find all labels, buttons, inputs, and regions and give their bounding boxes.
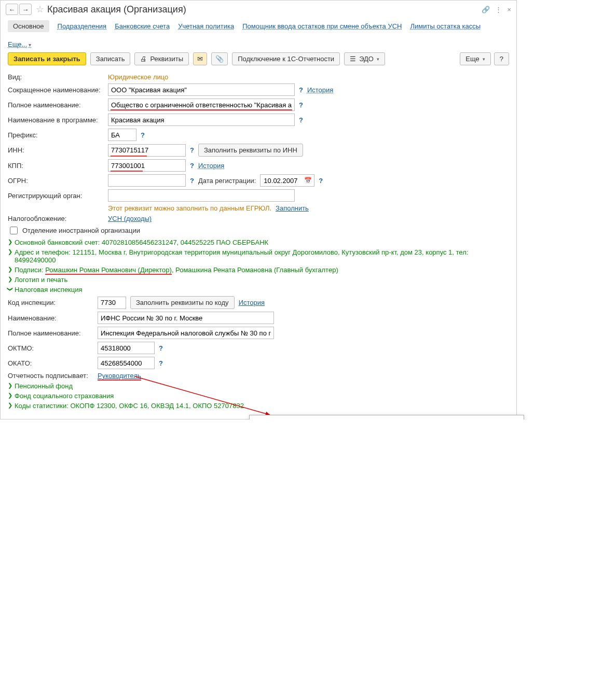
tab-cashlim[interactable]: Лимиты остатка кассы [410,22,481,30]
foreign-org-checkbox[interactable] [10,227,18,234]
help-icon[interactable]: ? [190,146,194,154]
full-name-label: Полное наименование: [8,101,104,109]
save-button[interactable]: Записать [90,52,131,65]
regdate-label: Дата регистрации: [198,177,256,185]
exp-pension[interactable]: Пенсионный фонд [15,382,73,390]
prog-name-label: Наименование в программе: [8,116,104,124]
ti-name-input[interactable] [98,312,274,324]
exp-address[interactable]: Адрес и телефон: 121151, Москва г, Внутр… [15,248,509,264]
chevron-down-icon[interactable]: ❯ [7,287,13,291]
link-icon[interactable]: 🔗 [482,6,490,13]
print-icon: 🖨 [140,55,147,63]
ogrn-input[interactable] [108,174,186,187]
chevron-right-icon[interactable]: ❯ [8,248,12,255]
inn-input[interactable] [108,144,186,157]
requisites-button[interactable]: 🖨Реквизиты [134,52,189,65]
close-icon[interactable]: × [507,6,511,13]
short-name-label: Сокращенное наименование: [8,86,104,94]
egrul-hint: Этот реквизит можно заполнить по данным … [108,204,271,212]
calendar-icon[interactable]: 📅 [304,177,312,184]
exp-sign[interactable]: Подписи: Ромашкин Роман Романович (Дирек… [15,266,338,274]
kpp-input[interactable] [108,159,186,172]
chevron-right-icon[interactable]: ❯ [8,276,12,283]
tab-more[interactable]: Еще...▾ [8,40,31,48]
help-icon[interactable]: ? [319,177,323,185]
help-icon[interactable]: ? [141,131,145,139]
tab-dept[interactable]: Подразделения [58,22,107,30]
history-link[interactable]: История [307,86,333,94]
regorg-label: Регистрирующий орган: [8,192,104,200]
attach-button[interactable]: 📎 [211,52,228,65]
ti-code-input[interactable] [98,297,126,309]
okato-input[interactable] [98,357,155,369]
chevron-right-icon[interactable]: ❯ [8,239,12,245]
nav-forward-button[interactable]: → [19,4,32,15]
help-icon[interactable]: ? [190,177,194,185]
page-title: Красивая акация (Организация) [47,4,186,15]
tax-link[interactable]: УСН (доходы) [108,215,152,222]
mail-button[interactable]: ✉ [193,52,207,65]
ti-fullname-label: Полное наименование: [8,329,93,337]
kpp-label: КПП: [8,162,104,170]
inn-label: ИНН: [8,146,104,154]
ti-code-label: Код инспекции: [8,299,93,306]
help-button[interactable]: ? [494,52,509,65]
help-icon[interactable]: ? [299,116,303,124]
chevron-right-icon[interactable]: ❯ [8,392,12,399]
exp-fss[interactable]: Фонд социального страхования [15,392,114,400]
type-value: Юридическое лицо [108,73,168,81]
oktmo-input[interactable] [98,342,155,354]
tab-helper[interactable]: Помощник ввода остатков при смене объект… [242,22,402,30]
favorite-star-icon[interactable]: ☆ [36,4,44,15]
history-link[interactable]: История [198,162,224,170]
tab-policy[interactable]: Учетная политика [178,22,234,30]
regdate-input[interactable] [263,176,301,185]
more-button[interactable]: Еще▾ [460,52,490,65]
connect-1c-button[interactable]: Подключение к 1С-Отчетности [232,52,340,65]
tab-main[interactable]: Основное [8,20,49,32]
ti-fullname-input[interactable] [98,327,274,339]
egrul-fill-link[interactable]: Заполнить [276,204,309,212]
help-icon[interactable]: ? [299,101,303,109]
ogrn-label: ОГРН: [8,177,104,185]
tab-bank[interactable]: Банковские счета [115,22,170,30]
fill-by-inn-button[interactable]: Заполнить реквизиты по ИНН [198,144,303,157]
exp-codes[interactable]: Коды статистики: ОКОПФ 12300, ОКФС 16, О… [15,402,244,410]
regdate-field[interactable]: 📅 [260,174,314,187]
regorg-input[interactable] [108,189,295,202]
prog-name-input[interactable] [108,114,295,126]
prefix-label: Префикс: [8,131,104,139]
help-icon[interactable]: ? [159,344,163,352]
exp-logo[interactable]: Логотип и печать [15,276,67,284]
help-icon[interactable]: ? [299,86,303,94]
exp-bank[interactable]: Основной банковский счет: 40702810856456… [15,239,268,246]
chevron-right-icon[interactable]: ❯ [8,382,12,389]
chevron-right-icon[interactable]: ❯ [8,402,12,409]
prefix-input[interactable] [108,129,136,141]
edo-button[interactable]: ☰ЭДО▾ [344,52,385,65]
oktmo-label: ОКТМО: [8,344,93,352]
foreign-org-label: Отделение иностранной организации [22,227,140,234]
signer-link[interactable]: Руководитель [98,372,141,380]
chevron-right-icon[interactable]: ❯ [8,266,12,273]
fill-by-code-button[interactable]: Заполнить реквизиты по коду [130,296,235,309]
okato-label: ОКАТО: [8,359,93,367]
help-icon[interactable]: ? [190,162,194,170]
save-close-button[interactable]: Записать и закрыть [8,52,86,65]
help-icon[interactable]: ? [159,359,163,367]
signer-label: Отчетность подписывает: [8,372,93,380]
exp-taxinsp[interactable]: Налоговая инспекция [15,286,83,293]
nav-back-button[interactable]: ← [6,4,18,15]
ti-name-label: Наименование: [8,314,93,322]
tax-label: Налогообложение: [8,215,104,222]
kebab-icon[interactable]: ⋮ [495,6,502,13]
short-name-input[interactable] [108,83,295,96]
type-label: Вид: [8,73,104,81]
history-link[interactable]: История [239,299,265,306]
signer-settings-dialog: Настройки подписания отчетности ⋮ ☐ × Со… [249,415,524,419]
